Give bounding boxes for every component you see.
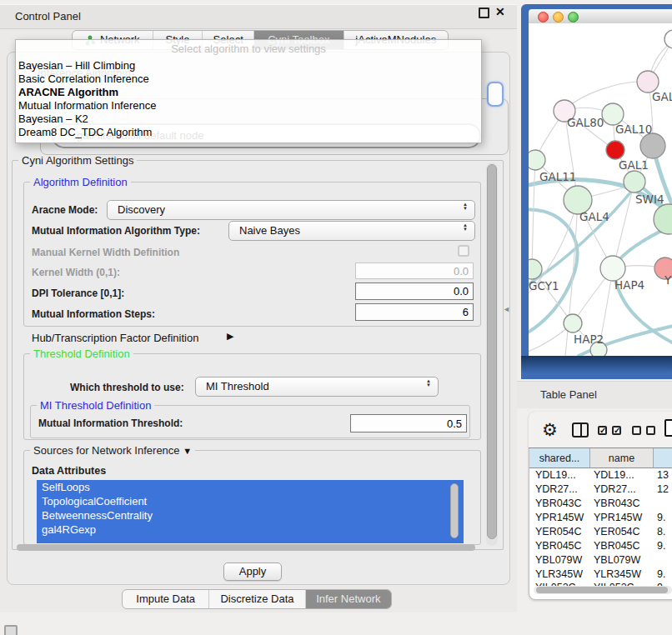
column-header-partial[interactable]: [654, 448, 672, 468]
manual-kernel-width-label: Manual Kernel Width Definition: [32, 247, 179, 258]
table-cell[interactable]: YBR043C: [535, 497, 582, 511]
table-cell[interactable]: YER054C: [535, 525, 582, 539]
attribute-item-selected[interactable]: BetweennessCentrality: [37, 508, 464, 522]
tab-impute-data-label: Impute Data: [136, 590, 195, 608]
tab-infer-network[interactable]: Infer Network: [305, 590, 391, 608]
algorithm-option[interactable]: Dream8 DC_TDC Algorithm: [16, 126, 481, 139]
table-cell[interactable]: YDL19...: [535, 468, 576, 482]
close-panel-icon[interactable]: ✕: [495, 3, 505, 20]
node-label-gal11: GAL11: [539, 170, 576, 183]
spinner-arrows-icon: ▲▼: [463, 223, 468, 232]
table-cell[interactable]: YLR345W: [535, 568, 583, 582]
tab-discretize-data-label: Discretize Data: [220, 590, 293, 608]
columns-icon[interactable]: [572, 422, 589, 438]
network-canvas[interactable]: GAL GAL80 GAL10 GAL1 GAL11 SWI4 GAL4 GCY…: [529, 23, 672, 356]
node-label-hap4: HAP4: [614, 278, 644, 292]
cyni-algorithm-settings-title: Cyni Algorithm Settings: [18, 155, 137, 166]
algorithm-option-selected[interactable]: ARACNE Algorithm: [16, 86, 481, 99]
kernel-width-input[interactable]: [355, 262, 474, 279]
float-panel-icon[interactable]: [479, 8, 489, 18]
table-cell[interactable]: 9.: [657, 568, 665, 582]
settings-scrollbar-thumb[interactable]: [487, 164, 497, 539]
mi-threshold-definition-title: MI Threshold Definition: [37, 400, 154, 411]
mi-threshold-input[interactable]: [350, 414, 467, 432]
algorithm-option[interactable]: Basic Correlation Inference: [16, 72, 481, 86]
table-cell[interactable]: YDR27...: [535, 482, 578, 497]
table-cell[interactable]: 9.: [657, 539, 665, 553]
mi-algorithm-type-select[interactable]: Naive Bayes ▲▼: [228, 221, 475, 241]
table-cell[interactable]: 12: [657, 482, 669, 497]
node-hap4[interactable]: [600, 256, 625, 281]
node-label-hap2: HAP2: [574, 332, 604, 346]
mi-steps-input[interactable]: [355, 303, 474, 321]
column-header-shared-name[interactable]: shared...: [529, 448, 590, 468]
tab-discretize-data[interactable]: Discretize Data: [208, 590, 304, 608]
which-threshold-select[interactable]: MI Threshold ▲▼: [195, 377, 439, 397]
collapse-arrow-right-icon[interactable]: ▶: [227, 331, 233, 342]
collapse-arrow-down-icon[interactable]: ▼: [183, 446, 192, 457]
zoom-traffic-light-icon[interactable]: [568, 12, 579, 22]
table-cell[interactable]: 9.: [657, 511, 665, 525]
data-attributes-label: Data Attributes: [32, 465, 106, 477]
bottom-tabbar: Impute Data Discretize Data Infer Networ…: [122, 589, 392, 609]
dpi-tolerance-input[interactable]: [355, 282, 474, 300]
table-cell[interactable]: YPR145W: [594, 511, 642, 525]
table-cell[interactable]: YDR27...: [594, 482, 636, 497]
node-gray[interactable]: [640, 133, 665, 158]
table-cell[interactable]: YPR145W: [535, 511, 584, 525]
node-gal11[interactable]: [529, 150, 545, 170]
select-all-check-icon[interactable]: ✓: [612, 426, 621, 435]
table-cell[interactable]: 8.: [657, 525, 665, 539]
algorithm-option[interactable]: Bayesian – Hill Climbing: [16, 59, 481, 72]
table-cell[interactable]: YLR345W: [594, 568, 641, 582]
tab-impute-data[interactable]: Impute Data: [123, 590, 208, 608]
splitter-arrow-icon[interactable]: ◄: [503, 305, 510, 313]
network-window-titlebar[interactable]: [529, 9, 672, 24]
algorithm-option[interactable]: Mutual Information Inference: [16, 99, 481, 112]
kernel-width-label: Kernel Width (0,1):: [32, 267, 120, 278]
column-header-name[interactable]: name: [590, 448, 654, 468]
attributes-scrollbar-thumb[interactable]: [450, 483, 459, 538]
apply-button[interactable]: Apply: [223, 562, 282, 581]
minimized-panel-icon[interactable]: [4, 625, 18, 635]
focused-button-fragment[interactable]: [487, 82, 504, 107]
node-label-y: Y: [664, 273, 672, 287]
table-cell[interactable]: YBR045C: [594, 539, 640, 553]
settings-hscrollbar-thumb[interactable]: [17, 544, 475, 551]
node-swi4[interactable]: [624, 171, 645, 192]
dpi-tolerance-label: DPI Tolerance [0,1]:: [32, 288, 124, 299]
deselect-all-icon[interactable]: [632, 426, 641, 435]
table-cell[interactable]: YBR043C: [594, 497, 640, 511]
attribute-item-selected[interactable]: SelfLoops: [37, 480, 464, 494]
select-all-check-icon[interactable]: ✓: [598, 426, 607, 435]
node-label-gal4: GAL4: [579, 210, 609, 223]
aracne-mode-label: Aracne Mode:: [32, 204, 98, 216]
close-traffic-light-icon[interactable]: [538, 12, 549, 22]
aracne-mode-select[interactable]: Discovery ▲▼: [107, 200, 475, 220]
node-label-swi4: SWI4: [635, 192, 664, 206]
gear-icon[interactable]: ⚙: [542, 419, 558, 441]
node-large-green[interactable]: [654, 204, 672, 234]
deselect-all-icon[interactable]: [646, 426, 655, 435]
control-panel-title: Control Panel: [15, 5, 81, 28]
manual-kernel-width-checkbox[interactable]: [458, 245, 469, 257]
table-cell[interactable]: YER054C: [594, 525, 640, 539]
export-table-icon[interactable]: [664, 419, 672, 437]
attribute-item-selected[interactable]: TopologicalCoefficient: [37, 494, 464, 508]
node-label-gal: GAL: [652, 90, 672, 103]
hub-section-label: Hub/Transcription Factor Definition: [32, 332, 198, 344]
table-hscrollbar-thumb[interactable]: [536, 587, 668, 593]
node-gal1-red[interactable]: [606, 141, 624, 159]
table-cell[interactable]: YDL19...: [594, 468, 634, 482]
table-cell[interactable]: YBR045C: [535, 539, 582, 553]
table-cell[interactable]: YBL079W: [535, 553, 582, 568]
table-cell[interactable]: YBL079W: [594, 553, 640, 568]
node-label-gal80: GAL80: [567, 116, 604, 129]
threshold-definition-title: Threshold Definition: [30, 348, 133, 359]
algorithm-option[interactable]: Bayesian – K2: [16, 112, 481, 126]
node-hap2[interactable]: [564, 314, 582, 332]
node-unlabeled[interactable]: [664, 30, 672, 48]
table-cell[interactable]: 13: [657, 468, 669, 482]
attribute-item-selected[interactable]: gal4RGexp: [37, 522, 464, 537]
minimize-traffic-light-icon[interactable]: [553, 12, 564, 22]
